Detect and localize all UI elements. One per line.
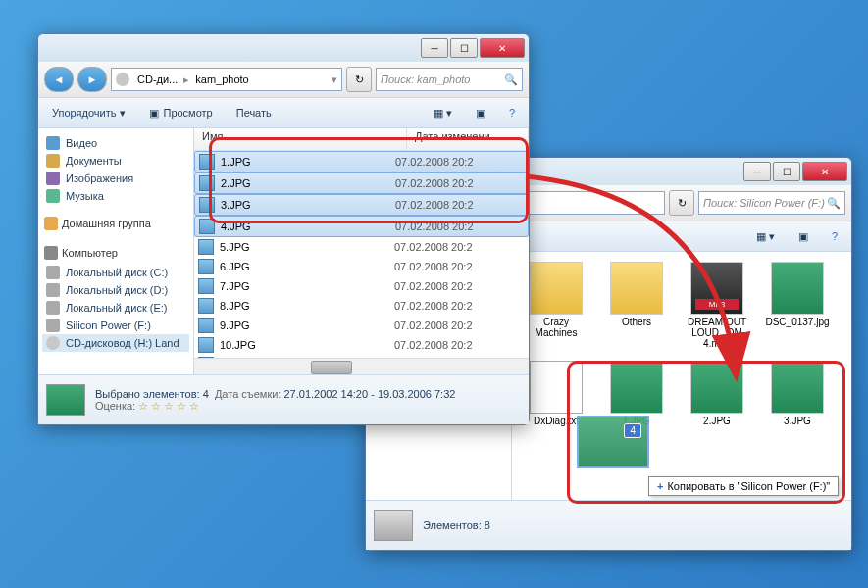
file-item[interactable]: 3.JPG	[763, 361, 832, 426]
column-headers[interactable]: Имя Дата изменени	[194, 128, 529, 151]
file-item[interactable]: DREAM OUT LOUD _DM 4.mp3	[683, 262, 751, 349]
statusbar: Выбрано элементов: 4 Дата съемки: 27.01.…	[38, 374, 529, 424]
help-button[interactable]: ?	[503, 105, 521, 121]
mp3-icon	[690, 262, 743, 315]
print-button[interactable]: Печать	[230, 105, 278, 121]
forward-button[interactable]: ►	[77, 67, 107, 92]
file-row[interactable]: 9.JPG07.02.2008 20:2	[194, 316, 529, 335]
search-input[interactable]: Поиск: Silicon Power (F:)🔍	[698, 191, 845, 215]
navigation-bar: ◄ ► CD-ди...▸ kam_photo ▾ ↻ Поиск: kam_p…	[38, 62, 529, 97]
file-item[interactable]: DSC_0137.jpg	[763, 262, 832, 349]
icon-view[interactable]: Crazy Machines Others DREAM OUT LOUD _DM…	[512, 252, 851, 500]
file-row[interactable]: 1.JPG07.02.2008 20:2	[194, 151, 529, 172]
sidebar-lib[interactable]: Документы	[42, 152, 189, 170]
sidebar-lib[interactable]: Видео	[42, 134, 189, 152]
folder-item[interactable]: Crazy Machines	[522, 262, 590, 349]
view-button[interactable]: ▦ ▾	[428, 105, 458, 122]
drag-preview: 4	[577, 416, 649, 468]
sidebar-lib[interactable]: Изображения	[42, 170, 189, 187]
sidebar-drive[interactable]: CD-дисковод (H:) Land	[42, 334, 189, 352]
breadcrumb[interactable]: CD-ди...▸ kam_photo	[133, 73, 253, 86]
close-button[interactable]: ✕	[480, 38, 525, 58]
image-file-icon	[199, 197, 215, 213]
column-date[interactable]: Дата изменени	[407, 128, 529, 150]
sidebar[interactable]: Видео Документы Изображения Музыка Домаш…	[38, 128, 194, 374]
image-file-icon	[198, 259, 214, 274]
cd-icon	[116, 73, 129, 86]
file-row[interactable]: 3.JPG07.02.2008 20:2	[194, 194, 529, 216]
file-row[interactable]: 10.JPG07.02.2008 20:2	[194, 335, 529, 355]
file-item[interactable]: 2.JPG	[683, 361, 751, 426]
file-row[interactable]: 6.JPG07.02.2008 20:2	[194, 257, 529, 276]
maximize-button[interactable]: ☐	[773, 162, 800, 181]
preview-button[interactable]: ▣ Просмотр	[143, 105, 218, 122]
statusbar: Элементов: 8	[366, 500, 851, 550]
explorer-window-source[interactable]: ─ ☐ ✕ ◄ ► CD-ди...▸ kam_photo ▾ ↻ Поиск:…	[37, 33, 530, 425]
folder-icon	[530, 262, 583, 315]
plus-icon: +	[657, 480, 663, 492]
sidebar-drive[interactable]: Локальный диск (D:)	[42, 281, 189, 299]
refresh-button[interactable]: ↻	[346, 67, 372, 92]
file-row[interactable]: 4.JPG07.02.2008 20:2	[194, 216, 529, 237]
image-file-icon	[198, 298, 214, 314]
view-button[interactable]: ▦ ▾	[750, 228, 781, 245]
minimize-button[interactable]: ─	[421, 38, 448, 58]
help-button[interactable]: ?	[826, 228, 843, 244]
image-file-icon	[199, 219, 215, 234]
scroll-thumb[interactable]	[311, 361, 352, 374]
image-icon	[771, 361, 824, 414]
drive-icon	[374, 510, 413, 541]
back-button[interactable]: ◄	[44, 67, 74, 92]
organize-button[interactable]: Упорядочить ▾	[46, 105, 131, 122]
search-icon: 🔍	[827, 197, 841, 210]
image-file-icon	[199, 154, 215, 170]
file-row[interactable]: 8.JPG07.02.2008 20:2	[194, 296, 529, 316]
search-icon: 🔍	[504, 74, 518, 86]
minimize-button[interactable]: ─	[743, 162, 771, 181]
selected-count: Выбрано элементов: 4	[95, 388, 209, 400]
image-file-icon	[198, 278, 214, 294]
toolbar: Упорядочить ▾ ▣ Просмотр Печать ▦ ▾ ▣ ?	[38, 97, 529, 128]
image-file-icon	[199, 175, 215, 191]
folder-icon	[610, 262, 663, 315]
sidebar-drive[interactable]: Silicon Power (F:)	[42, 317, 189, 334]
sidebar-lib[interactable]: Музыка	[42, 187, 189, 205]
maximize-button[interactable]: ☐	[450, 38, 478, 58]
status-thumb	[46, 384, 85, 416]
file-row[interactable]: 7.JPG07.02.2008 20:2	[194, 276, 529, 296]
image-file-icon	[198, 239, 214, 255]
image-file-icon	[198, 337, 214, 353]
image-icon	[771, 262, 824, 315]
sidebar-drive[interactable]: Локальный диск (C:)	[42, 264, 189, 281]
address-bar[interactable]: CD-ди...▸ kam_photo ▾	[111, 68, 342, 91]
preview-pane-button[interactable]: ▣	[470, 105, 491, 122]
file-list[interactable]: 1.JPG07.02.2008 20:22.JPG07.02.2008 20:2…	[194, 151, 529, 358]
computer-section[interactable]: Компьютер	[42, 242, 189, 264]
search-input[interactable]: Поиск: kam_photo🔍	[376, 68, 523, 91]
close-button[interactable]: ✕	[802, 162, 847, 181]
column-name[interactable]: Имя	[194, 128, 407, 150]
image-icon	[690, 361, 743, 414]
sidebar-drive[interactable]: Локальный диск (E:)	[42, 299, 189, 317]
item-count: Элементов: 8	[423, 519, 490, 531]
image-file-icon	[198, 318, 214, 333]
file-row[interactable]: 2.JPG07.02.2008 20:2	[194, 172, 529, 194]
copy-tooltip: +Копировать в "Silicon Power (F:)"	[648, 476, 839, 496]
refresh-button[interactable]: ↻	[669, 190, 694, 216]
file-row[interactable]: 5.JPG07.02.2008 20:2	[194, 237, 529, 257]
h-scrollbar[interactable]	[194, 358, 529, 374]
preview-pane-button[interactable]: ▣	[792, 228, 814, 245]
folder-item[interactable]: Others	[602, 262, 671, 349]
text-icon	[530, 361, 583, 414]
image-icon	[610, 361, 663, 414]
homegroup-section[interactable]: Домашняя группа	[42, 213, 189, 234]
titlebar[interactable]: ─ ☐ ✕	[38, 34, 529, 62]
drag-count-badge: 4	[624, 423, 641, 438]
